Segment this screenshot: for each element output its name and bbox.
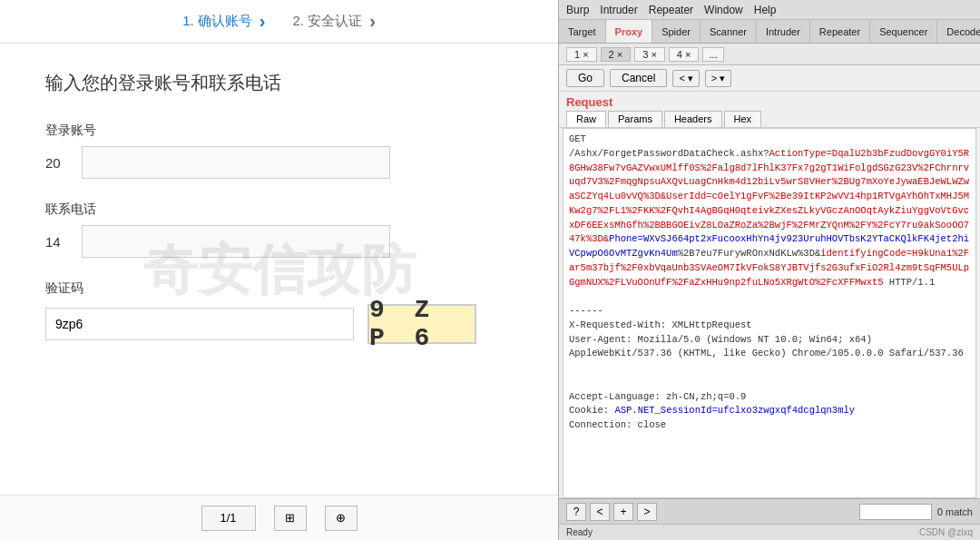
zoom-fit-btn[interactable]: ⊞ [274,506,307,531]
account-row: 20 [45,146,513,179]
help-tool-btn[interactable]: ? [566,503,586,521]
tab-repeater[interactable]: Repeater [810,20,870,43]
step2: 2. 安全认证 › [293,11,376,32]
cancel-button[interactable]: Cancel [610,69,667,87]
captcha-input[interactable] [45,308,354,340]
req-line-ua: User-Agent: Mozilla/5.0 (Windows NT 10.0… [569,333,970,362]
req-line-url: /Ashx/ForgetPasswordDataCheck.ashx?Actio… [569,147,970,290]
phone-prefix: 14 [45,234,73,250]
request-content[interactable]: GET /Ashx/ForgetPasswordDataCheck.ashx?A… [563,128,976,498]
req-tab-bar: Raw Params Headers Hex [559,111,980,128]
req-line-method: GET [569,133,970,147]
left-panel: 1. 确认账号 › 2. 安全认证 › 奇安信攻防 输入您的登录账号和联系电话 … [0,0,558,540]
req-line-blank2 [569,361,970,376]
add-tool-btn[interactable]: + [613,503,633,521]
sub-tab-4[interactable]: 4 × [669,47,700,62]
menu-intruder[interactable]: Intruder [600,4,637,16]
req-line-host: ------ [569,304,970,319]
phone-row: 14 [45,225,513,258]
menu-help[interactable]: Help [754,4,777,16]
step2-arrow: › [369,11,376,32]
status-bar: Ready CSDN @zixq [559,524,980,540]
control-bar: Go Cancel < ▾ > ▾ [559,65,980,92]
sub-tab-2[interactable]: 2 × [601,47,632,62]
step1-arrow: › [260,11,266,32]
req-tab-raw[interactable]: Raw [566,111,606,127]
sub-tab-more[interactable]: ... [702,47,723,62]
req-line-xhr: X-Requested-With: XMLHttpRequest [569,319,970,333]
menu-window[interactable]: Window [704,4,743,16]
tab-scanner[interactable]: Scanner [701,20,757,43]
menu-bar: Burp Intruder Repeater Window Help [559,0,980,20]
tab-spider[interactable]: Spider [652,20,701,43]
captcha-section: 验证码 9 Z P 6 [45,280,513,344]
tab-decoder[interactable]: Decoder [937,20,980,43]
req-tab-headers[interactable]: Headers [664,111,722,127]
tab-proxy[interactable]: Proxy [606,20,653,43]
req-line-blank3 [569,376,970,390]
step1: 1. 确认账号 › [182,11,265,32]
req-line-blank1 [569,290,970,304]
toolbar-right: 0 match [859,504,973,520]
prev-tool-btn[interactable]: < [590,503,610,521]
steps-bar: 1. 确认账号 › 2. 安全认证 › [0,0,558,44]
nav-forward-button[interactable]: > ▾ [705,70,731,87]
req-tab-params[interactable]: Params [608,111,662,127]
req-line-connection: Connection: close [569,418,970,433]
main-tab-bar: Target Proxy Spider Scanner Intruder Rep… [559,20,980,44]
bottom-toolbar: ? < + > 0 match [559,498,980,524]
account-prefix: 20 [45,155,73,171]
toolbar-left: ? < + > [566,503,657,521]
tab-intruder[interactable]: Intruder [757,20,810,43]
req-line-cookie: Cookie: ASP.NET_SessionId=ufclxo3zwgxqf4… [569,404,970,418]
go-button[interactable]: Go [566,69,604,87]
sub-tab-3[interactable]: 3 × [634,47,665,62]
account-input[interactable] [82,146,390,179]
phone-section: 联系电话 14 [45,201,513,258]
captcha-row: 9 Z P 6 [45,304,513,344]
request-label: Request [559,92,980,111]
account-label: 登录账号 [45,123,513,139]
phone-input[interactable] [82,225,390,258]
phone-label: 联系电话 [45,201,513,218]
bottom-bar: 1/1 ⊞ ⊕ [0,495,558,540]
sub-tab-bar: 1 × 2 × 3 × 4 × ... [559,44,980,65]
sub-tab-1[interactable]: 1 × [566,47,597,62]
step2-label: 2. 安全认证 [293,13,363,30]
tab-sequencer[interactable]: Sequencer [870,20,937,43]
search-input[interactable] [859,504,932,520]
menu-burp[interactable]: Burp [566,4,589,16]
captcha-image[interactable]: 9 Z P 6 [368,304,476,344]
nav-prev-btn[interactable]: 1/1 [201,506,256,531]
menu-repeater[interactable]: Repeater [649,4,693,16]
tab-target[interactable]: Target [559,20,606,43]
zoom-btn[interactable]: ⊕ [325,506,358,531]
csdn-label: CSDN @zixq [919,527,973,537]
req-tab-hex[interactable]: Hex [724,111,762,127]
page-title: 输入您的登录账号和联系电话 [45,71,513,95]
captcha-label: 验证码 [45,280,513,297]
nav-back-button[interactable]: < ▾ [672,70,699,87]
req-line-lang: Accept-Language: zh-CN,zh;q=0.9 [569,390,970,405]
account-section: 登录账号 20 [45,123,513,179]
status-text: Ready [566,527,593,537]
left-content: 输入您的登录账号和联系电话 登录账号 20 联系电话 14 验证码 9 Z P … [0,44,558,394]
match-count: 0 match [937,506,973,517]
next-tool-btn[interactable]: > [637,503,657,521]
step1-label: 1. 确认账号 [182,13,252,30]
right-panel: Burp Intruder Repeater Window Help Targe… [558,0,980,540]
